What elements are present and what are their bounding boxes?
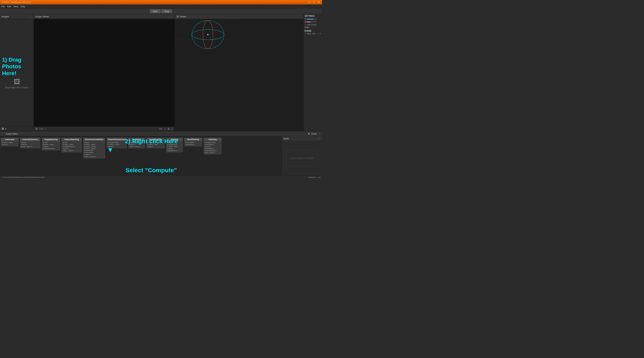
port-dot xyxy=(148,142,148,143)
port-dmf-depth: depth...older xyxy=(148,144,164,145)
node-camera-init-body: senso...abase output xyxy=(1,141,18,146)
port-dot4 xyxy=(84,148,85,149)
port-fm-feat: featur...olders xyxy=(62,144,81,145)
status-attributes[interactable]: Attributes xyxy=(308,176,316,178)
connector-line10 xyxy=(202,138,204,138)
port-dot-out4 xyxy=(214,152,215,153)
connector-line4 xyxy=(82,138,83,138)
main-layout: Images ⋮ 1) DragPhotosHere! 🖼 Drop Image… xyxy=(0,14,322,175)
node-mesh-filtering[interactable]: MeshFiltering inputMesh outputMesh xyxy=(184,138,202,146)
port-dot-out xyxy=(194,144,195,145)
image-viewer-info-icon[interactable]: ⓘ xyxy=(164,127,166,130)
port-dot2 xyxy=(108,144,109,145)
node-depth-map[interactable]: DepthMap imageFolders output depth...old… xyxy=(128,138,145,148)
node-meshing[interactable]: Meshing input outputMesh depth...older o… xyxy=(166,138,183,152)
settings-checkboxes: ✓ Grid Gizmo xyxy=(304,24,321,26)
port-fm-input: input xyxy=(62,142,81,143)
port-t-textures: outpu...tures xyxy=(205,152,220,153)
settings-slider-1[interactable] xyxy=(307,19,317,20)
settings-panel: SETTINGS ⚙ ⊡ ✓ Grid Gizmo Origin SCENE xyxy=(304,14,322,131)
node-image-matching[interactable]: ImageMatching input featur...olders outp… xyxy=(42,138,60,150)
port-dot-out2 xyxy=(54,148,55,149)
graph-menu-icon[interactable]: ⋮ xyxy=(2,132,4,135)
title-bar: Untitled - Meshroom 2019.2.0 — □ ✕ xyxy=(0,0,322,5)
port-fm-match: match...olders xyxy=(62,150,81,151)
maximize-button[interactable]: □ xyxy=(312,1,316,4)
port-dot2 xyxy=(84,144,85,145)
drop-label: Drop Image Files / Folders xyxy=(5,86,29,89)
menu-edit[interactable]: Edit xyxy=(7,5,11,8)
images-drop-zone[interactable]: 1) DragPhotosHere! 🖼 Drop Image Files / … xyxy=(0,19,34,126)
node-menu-icon[interactable]: ⋮ xyxy=(318,132,320,135)
settings-slider-2[interactable] xyxy=(306,22,316,22)
port-input: input xyxy=(21,142,39,143)
menu-file[interactable]: File xyxy=(1,5,5,8)
image-viewer-expand[interactable]: ⤢ xyxy=(45,128,46,130)
port-dot xyxy=(108,142,109,143)
port-t-outputmesh: outputMesh xyxy=(205,148,220,149)
connector-line6 xyxy=(127,138,128,138)
port-t-imgfolder: imagesFolder xyxy=(205,142,220,143)
close-button[interactable]: ✕ xyxy=(317,1,320,4)
node-camera-init[interactable]: CameraInit senso...abase output xyxy=(1,138,18,146)
images-menu-icon[interactable]: ⋮ xyxy=(30,15,32,18)
node-texturing[interactable]: Texturing imagesFolder inputMesh output … xyxy=(204,138,222,154)
drop-icon: 🖼 xyxy=(14,78,20,86)
port-dm-depth: depth...older xyxy=(130,146,144,147)
node-feature-extraction[interactable]: FeatureExtraction input output featur...… xyxy=(20,138,40,148)
node-feature-extraction-body: input output featur...olders xyxy=(20,141,40,148)
port-dm-imgfolder: imageFolders xyxy=(130,142,144,143)
menu-bar: File Edit View Help xyxy=(0,5,322,9)
connector-line7 xyxy=(145,138,146,138)
node-texturing-body: imagesFolder inputMesh output outputMesh… xyxy=(204,141,221,154)
images-footer: 🖼 0 xyxy=(0,126,34,131)
node-texturing-header: Texturing xyxy=(204,138,221,141)
node-sfm-body: input featur...olders match...olders ext… xyxy=(84,141,105,158)
port-dot-out2 xyxy=(139,146,140,147)
graph-title: Graph Editor xyxy=(6,133,18,135)
node-pds-body: imageFolders output...sorted output xyxy=(107,141,126,148)
node-structure-from-motion[interactable]: StructureFromMotion input featur...older… xyxy=(83,138,105,158)
port-featurolders: featur...olders xyxy=(21,146,39,147)
node-prepare-dense-scene[interactable]: PrepareDenseScene imageFolders output...… xyxy=(107,138,127,148)
menu-view[interactable]: View xyxy=(14,5,18,8)
port-dot2 xyxy=(167,144,168,145)
port-sfm-feat: featur...olders xyxy=(84,144,104,145)
image-viewer-compare-icon[interactable]: ◫ xyxy=(171,128,173,130)
port-sfm-extral: extral...Folder xyxy=(84,148,104,149)
menu-help[interactable]: Help xyxy=(20,5,25,8)
port-dot-out xyxy=(89,154,90,155)
port-dot3 xyxy=(62,146,64,147)
pipeline-nodes: CameraInit senso...abase output FeatureE… xyxy=(1,138,281,174)
port-t-inputmesh: inputMesh xyxy=(205,144,220,145)
port-dot xyxy=(21,142,22,143)
stop-button[interactable]: Stop xyxy=(162,10,172,13)
node-pds-header: PrepareDenseScene xyxy=(107,138,126,141)
graph-grid-icon[interactable]: ⊞ xyxy=(308,132,310,135)
start-button[interactable]: Start xyxy=(150,10,160,13)
status-right: Attributes Log xyxy=(308,176,320,178)
node-feature-matching[interactable]: FeatureMatching input featur...olders im… xyxy=(62,138,82,152)
port-fm-pairs: imagePairsList xyxy=(62,146,81,147)
connector-4 xyxy=(82,138,83,138)
graph-header-left: ⋮ Graph Editor xyxy=(2,132,18,135)
node-panel-menu-icon[interactable]: ⋮ xyxy=(318,137,320,140)
select-node-box: Select a Node to Compute xyxy=(286,150,318,166)
images-title: Images xyxy=(2,15,9,18)
grid-checkbox[interactable]: ✓ xyxy=(304,24,306,26)
node-meshing-header: Meshing xyxy=(166,138,182,141)
port-dot3 xyxy=(84,146,85,147)
connector-1 xyxy=(18,138,20,138)
node-feature-matching-body: input featur...olders imagePairsList out… xyxy=(62,141,82,152)
minimize-button[interactable]: — xyxy=(308,1,311,4)
scene-item-controls: ✎ ✕ xyxy=(317,33,321,35)
connector-line2 xyxy=(40,138,42,138)
graph-header-right: ⊞ Node ⋮ xyxy=(308,132,320,135)
image-viewer-grid-icon[interactable]: ▦ xyxy=(168,128,170,130)
status-log[interactable]: Log xyxy=(317,176,320,178)
port-sfm-paira: initialPairA xyxy=(84,150,104,151)
node-depth-map-filter[interactable]: DepthMapFilter input depth...older outpu… xyxy=(146,138,164,148)
port-im-input: input xyxy=(43,142,59,143)
grid-label: Grid xyxy=(307,24,310,26)
scene-label: Struc...tion xyxy=(307,33,316,35)
